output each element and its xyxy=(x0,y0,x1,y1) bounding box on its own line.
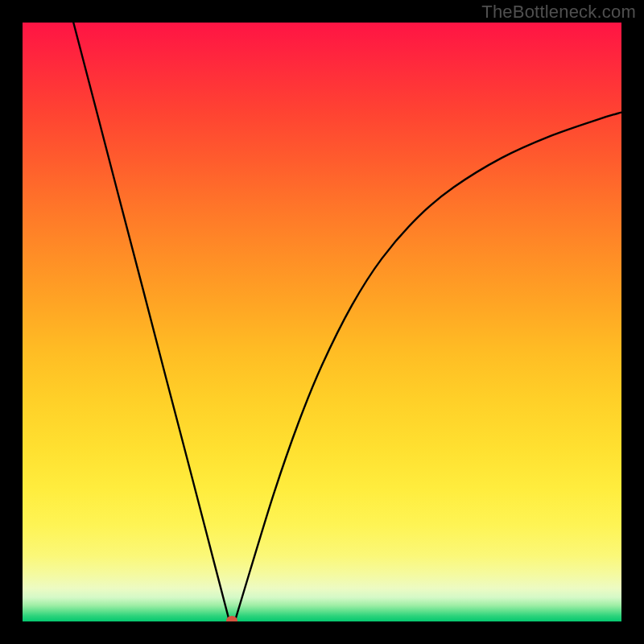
plot-area xyxy=(23,23,621,621)
curve-right-branch xyxy=(235,113,621,621)
curve-left-branch xyxy=(73,23,229,621)
watermark: TheBottleneck.com xyxy=(481,2,636,23)
minimum-marker xyxy=(226,616,237,621)
curve-svg xyxy=(23,23,621,621)
